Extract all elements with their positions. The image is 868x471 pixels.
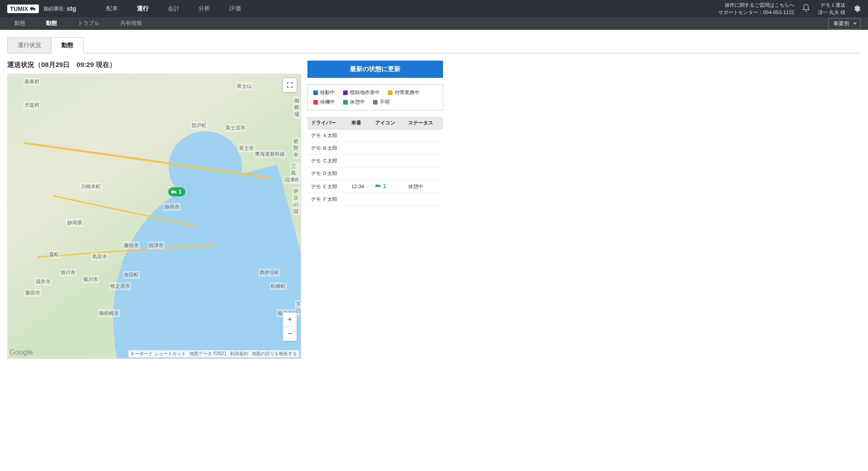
svg-point-8 [379, 187, 381, 188]
fullscreen-icon [286, 81, 293, 89]
map-terms[interactable]: 利用規約 [230, 351, 248, 357]
main-header: TUMIX 接続環境: stg 配車 運行 会計 分析 評価 操作に関するご質問… [0, 0, 868, 17]
svg-point-7 [376, 187, 377, 188]
map-city-label: 吉田町 [123, 271, 140, 279]
sub-nav: 動態 動態 トラブル 共有情報 [11, 17, 146, 31]
cell-car [348, 155, 372, 167]
table-row[interactable]: デモ Ｃ太郎 [307, 155, 443, 167]
map-report[interactable]: 地図の誤りを報告する [252, 351, 297, 357]
nav-hyoka[interactable]: 評価 [226, 3, 244, 14]
cell-driver: デモ Ｃ太郎 [307, 155, 348, 167]
subnav-doutai1[interactable]: 動態 [11, 17, 29, 31]
map-city-label: 伊豆の国 [292, 187, 301, 215]
map-city-label: 裾野市 [292, 138, 301, 159]
th-car: 車番 [348, 117, 372, 129]
cell-status [405, 193, 443, 206]
gear-icon[interactable] [853, 5, 861, 13]
legend: 移動中積卸地作業中付帯業務中待機中休憩中不明 [307, 84, 443, 110]
svg-rect-3 [171, 190, 175, 193]
svg-point-2 [34, 10, 35, 11]
map-city-label: 富士市 [238, 144, 255, 152]
map-shortcuts[interactable]: キーボード ショートカット [130, 351, 186, 357]
google-logo: Google [9, 348, 33, 357]
cell-status [405, 129, 443, 142]
legend-item: 移動中 [313, 89, 335, 96]
driver-table: ドライバー 車番 アイコン ステータス デモ Ａ太郎デモ Ｂ太郎デモ Ｃ太郎デモ… [307, 117, 443, 206]
nav-unko[interactable]: 運行 [134, 3, 151, 14]
table-row[interactable]: デモ Ａ太郎 [307, 129, 443, 142]
legend-swatch [373, 100, 377, 105]
svg-point-1 [31, 10, 33, 11]
cell-car [348, 167, 372, 180]
legend-label: 移動中 [320, 89, 335, 96]
logo-text: TUMIX [10, 5, 28, 12]
cell-driver: デモ Ｅ太郎 [307, 180, 348, 193]
office-select[interactable]: 事業所 [828, 18, 861, 29]
map-city-label: 袋井市 [35, 278, 52, 285]
subnav-share[interactable]: 共有情報 [117, 17, 146, 31]
cell-driver: デモ Ａ太郎 [307, 129, 348, 142]
tab-unkou-jyoukyou[interactable]: 運行状況 [7, 37, 52, 53]
map-city-label: 沼津市 [283, 176, 300, 184]
legend-label: 付帯業務中 [395, 89, 420, 96]
cell-icon [372, 155, 404, 167]
bell-icon[interactable] [802, 4, 811, 14]
table-row[interactable]: デモ Ｄ太郎 [307, 167, 443, 180]
nav-kaikei[interactable]: 会計 [165, 3, 182, 14]
table-row[interactable]: デモ Ｅ太郎12-341休憩中 [307, 180, 443, 193]
cell-status [405, 167, 443, 180]
map-city-label: 西伊豆町 [259, 269, 280, 276]
page-title: 運送状況（08月29日 09:29 現在） [7, 61, 301, 69]
cell-car: 12-34 [348, 180, 372, 193]
legend-label: 積卸地作業中 [350, 89, 380, 96]
map-city-label: 掛川市 [60, 269, 76, 276]
refresh-button[interactable]: 最新の状態に更新 [307, 61, 443, 78]
cell-car [348, 193, 372, 206]
main-nav: 配車 運行 会計 分析 評価 [104, 3, 244, 14]
legend-label: 休憩中 [350, 99, 365, 105]
map-city-label: 静岡市 [164, 203, 180, 211]
page-tabs: 運行状況 動態 [7, 37, 861, 53]
map-zoom-out[interactable]: − [283, 327, 297, 341]
legend-swatch [313, 100, 318, 105]
map[interactable]: 泰阜村天龍村富士山御殿場部戸町富士宮市裾野市富士市三島市沼津市伊豆の国川根本町静… [7, 74, 301, 359]
cell-icon [372, 142, 404, 155]
map-city-label: 森町 [48, 251, 60, 258]
map-city-label: 静岡県 [66, 219, 83, 227]
th-status: ステータス [405, 117, 443, 129]
cell-driver: デモ Ｂ太郎 [307, 142, 348, 155]
th-icon: アイコン [372, 117, 404, 129]
cell-icon [372, 167, 404, 180]
tab-doutai[interactable]: 動態 [51, 37, 84, 53]
table-row[interactable]: デモ Ｂ太郎 [307, 142, 443, 155]
legend-label: 待機中 [320, 99, 335, 105]
nav-bunseki[interactable]: 分析 [196, 3, 213, 14]
map-city-label: 富士宮市 [225, 124, 246, 132]
nav-haisha[interactable]: 配車 [104, 3, 121, 14]
map-city-label: 部戸町 [191, 122, 208, 129]
table-row[interactable]: デモ Ｆ太郎 [307, 193, 443, 206]
map-vehicle-marker[interactable]: 1 [168, 187, 185, 196]
office-select-label: 事業所 [833, 20, 849, 27]
support-info: 操作に関するご質問はこちらへ サポートセンター：054-653-1122 [718, 1, 794, 16]
cell-status [405, 155, 443, 167]
cell-status: 休憩中 [405, 180, 443, 193]
svg-point-5 [175, 193, 176, 194]
map-city-label: 藤枝市 [123, 242, 140, 249]
subnav-doutai2[interactable]: 動態 [42, 17, 61, 31]
support-line2: サポートセンター：054-653-1122 [718, 9, 794, 16]
map-fullscreen-button[interactable] [283, 78, 297, 92]
map-data: 地図データ ©2021 [189, 351, 226, 357]
map-city-label: 焼津市 [148, 242, 165, 249]
logo[interactable]: TUMIX [7, 5, 39, 13]
map-city-label: 磐田市 [24, 289, 41, 297]
svg-rect-0 [30, 7, 34, 10]
cell-car [348, 142, 372, 155]
cell-driver: デモ Ｄ太郎 [307, 167, 348, 180]
map-city-label: 東海道新幹線 [254, 150, 286, 158]
subnav-trouble[interactable]: トラブル [74, 17, 103, 31]
map-city-label: 天龍村 [24, 101, 40, 109]
user-company: デモ１運送 [818, 1, 845, 9]
map-zoom-in[interactable]: + [283, 313, 297, 327]
map-city-label: 川根本町 [80, 183, 102, 190]
